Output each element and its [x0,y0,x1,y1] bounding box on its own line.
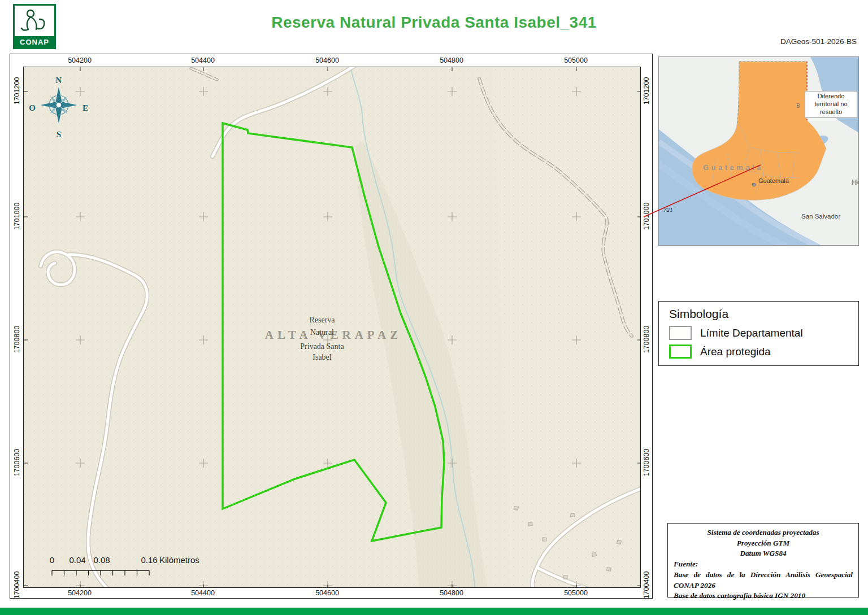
country-label: Guatemala [703,163,763,172]
grid-label-x-bottom: 504600 [315,589,339,597]
compass-n-label: N [56,76,62,85]
grid-label-x-top: 504800 [440,56,463,64]
svg-text:0.16: 0.16 [141,555,157,565]
conap-logo-text: CONAP [15,36,54,47]
capital-city-dot [752,183,756,186]
grid-label-x-bottom: 505000 [564,589,588,597]
legend-swatch-protected-area [669,344,692,359]
svg-text:0.04: 0.04 [69,555,85,565]
grid-label-y-left: 1700600 [13,449,21,477]
grid-label-x-top: 504600 [315,56,339,64]
grid-label-y-right: 1700800 [643,326,650,354]
source-line-conap: Base de datos de la Dirección Análisis G… [674,570,853,591]
svg-text:0.08: 0.08 [93,555,110,565]
grid-label-x-top: 504400 [191,56,215,64]
footer-green-bar [0,608,868,615]
grid-label-y-right: 1701000 [643,203,650,230]
crs-line: Sistema de coordenadas proyectadas [674,527,853,538]
compass-o-label: O [29,103,36,112]
grid-label-y-left: 1700400 [13,572,21,599]
svg-text:0: 0 [50,555,54,565]
page-title: Reserva Natural Privada Santa Isabel_341 [0,14,868,32]
source-info-box: Sistema de coordenadas proyectadas Proye… [667,523,859,597]
grid-label-y-right: 1700400 [643,572,650,599]
document-code: DAGeos-501-2026-BS [780,37,857,46]
svg-text:Kilómetros: Kilómetros [159,555,199,565]
map-canvas: ALTA VERAPAZ Reserva Natural Privada San… [23,67,641,588]
source-line-ign: Base de datos cartografía básica IGN 201… [674,591,853,601]
map-frame: 504200 504400 504600 504800 505000 50420… [10,54,653,599]
svg-text:Privada Santa: Privada Santa [300,342,344,351]
legend-item-departmental: Límite Departamental [669,326,848,340]
grid-label-x-bottom: 504800 [440,589,463,597]
contour-721-label: 721 [663,206,673,213]
header: CONAP Reserva Natural Privada Santa Isab… [0,0,868,54]
grid-label-y-right: 1700600 [643,449,650,477]
grid-label-x-top: 504200 [68,56,92,64]
svg-text:Natural: Natural [310,328,334,337]
grid-label-y-right: 1701200 [643,77,650,105]
legend: Simbología Límite Departamental Área pro… [658,301,859,366]
legend-item-protected-area: Área protegida [669,344,848,359]
grid-label-x-bottom: 504400 [191,589,215,597]
legend-label-protected-area: Área protegida [700,346,771,358]
compass-s-label: S [57,130,61,139]
grid-label-y-left: 1701200 [13,77,21,105]
projection-line: Proyección GTM [674,538,853,549]
belize-partial-label: B [796,103,800,109]
honduras-partial-label: Ho [852,178,859,186]
grid-label-y-left: 1701000 [13,203,21,230]
svg-text:Isabel: Isabel [313,353,332,361]
legend-title: Simbología [669,307,848,321]
grid-label-x-bottom: 504200 [68,589,92,597]
grid-label-x-top: 505000 [564,56,588,64]
inset-locator-map: Guatemala Guatemala San Salvador Ho B 72… [658,56,859,246]
san-salvador-label: San Salvador [801,213,840,220]
compass-e-label: E [83,103,88,112]
fuente-label: Fuente: [674,559,853,570]
grid-label-y-left: 1700800 [13,326,21,354]
datum-line: Datum WGS84 [674,548,853,559]
svg-text:Reserva: Reserva [309,316,335,324]
territorial-dispute-note: Diferendo territorial no resuelto [805,91,857,118]
capital-city-label: Guatemala [758,177,789,184]
legend-label-departmental: Límite Departamental [700,327,803,339]
legend-swatch-departmental [669,326,692,340]
